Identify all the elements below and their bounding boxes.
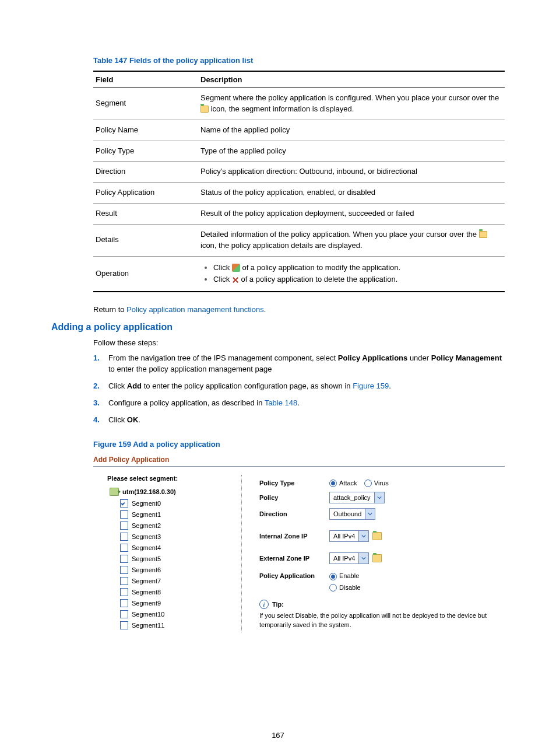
label-external-zone: External Zone IP: [259, 555, 329, 562]
segment-item[interactable]: Segment5: [120, 555, 224, 563]
table-row: Segment Segment where the policy applica…: [93, 88, 505, 120]
checkbox-icon[interactable]: [120, 510, 128, 519]
label-internal-zone: Internal Zone IP: [259, 533, 329, 540]
th-field: Field: [93, 71, 198, 88]
segment-list: Segment0 Segment1 Segment2 Segment3 Segm…: [120, 499, 224, 629]
checkbox-icon[interactable]: [120, 588, 128, 596]
step-3: 3. Configure a policy application, as de…: [93, 398, 505, 409]
link-figure-159[interactable]: Figure 159: [353, 382, 389, 390]
chevron-down-icon[interactable]: [358, 553, 368, 564]
segment-item[interactable]: Segment2: [120, 522, 224, 530]
table-row: Policy Application Status of the policy …: [93, 183, 505, 204]
label-policy: Policy: [259, 494, 329, 501]
checkbox-icon[interactable]: [120, 566, 128, 574]
fields-table: Field Description Segment Segment where …: [93, 71, 505, 292]
segment-item[interactable]: Segment4: [120, 544, 224, 552]
checkbox-icon[interactable]: [120, 544, 128, 552]
figure-add-policy-application: Add Policy Application Please select seg…: [93, 453, 505, 632]
select-direction[interactable]: Outbound: [329, 508, 375, 520]
checkbox-icon[interactable]: [120, 577, 128, 585]
select-internal-ip[interactable]: All IPv4: [329, 530, 369, 542]
steps-list: 1. From the navigation tree of the IPS m…: [93, 353, 505, 425]
vertical-divider: [241, 475, 242, 632]
folder-icon[interactable]: [372, 554, 382, 562]
tip-text: If you select Disable, the policy applic…: [259, 611, 505, 629]
table-row: Direction Policy's application direction…: [93, 162, 505, 183]
divider: [93, 466, 505, 467]
checkbox-icon[interactable]: [120, 610, 128, 618]
segment-item[interactable]: Segment0: [120, 499, 224, 508]
delete-icon: [232, 276, 239, 284]
chevron-down-icon[interactable]: [365, 509, 375, 519]
cell-desc: Segment where the policy application is …: [198, 88, 505, 120]
cell-desc: Name of the applied policy: [198, 120, 505, 141]
checkbox-icon[interactable]: [120, 499, 128, 508]
link-table-148[interactable]: Table 148: [265, 398, 297, 407]
chevron-down-icon[interactable]: [374, 492, 384, 503]
label-policy-application: Policy Application: [259, 572, 329, 579]
segment-item[interactable]: Segment11: [120, 621, 224, 629]
form-title: Add Policy Application: [93, 453, 505, 466]
segment-item[interactable]: Segment8: [120, 588, 224, 596]
step-2: 2. Click Add to enter the policy applica…: [93, 381, 505, 392]
cell-field: Segment: [93, 88, 198, 120]
th-desc: Description: [198, 71, 505, 88]
cell-field: Policy Name: [93, 120, 198, 141]
modify-icon: [232, 264, 240, 272]
device-icon: [110, 488, 119, 496]
cell-field: Result: [93, 204, 198, 225]
tip-label: Tip:: [272, 601, 284, 608]
table-row: Details Detailed information of the poli…: [93, 224, 505, 256]
chevron-down-icon[interactable]: [358, 531, 368, 541]
segment-item[interactable]: Segment9: [120, 599, 224, 607]
cell-desc: Click of a policy application to modify …: [198, 256, 505, 292]
segment-item[interactable]: Segment6: [120, 566, 224, 574]
table-row: Policy Type Type of the applied policy: [93, 141, 505, 162]
segment-item[interactable]: Segment3: [120, 533, 224, 541]
device-row: utm(192.168.0.30): [110, 488, 224, 496]
table-row: Operation Click of a policy application …: [93, 256, 505, 292]
radio-attack[interactable]: [329, 480, 337, 487]
cell-field: Policy Application: [93, 183, 198, 204]
cell-desc: Status of the policy application, enable…: [198, 183, 505, 204]
step-1: 1. From the navigation tree of the IPS m…: [93, 353, 505, 375]
cell-desc: Type of the applied policy: [198, 141, 505, 162]
checkbox-icon[interactable]: [120, 533, 128, 541]
device-name: utm(192.168.0.30): [122, 488, 176, 495]
cell-desc: Result of the policy application deploym…: [198, 204, 505, 225]
table-row: Policy Name Name of the applied policy: [93, 120, 505, 141]
checkbox-icon[interactable]: [120, 599, 128, 607]
segment-item[interactable]: Segment1: [120, 510, 224, 519]
label-policy-type: Policy Type: [259, 480, 329, 487]
info-icon: i: [259, 600, 269, 609]
table-caption: Table 147 Fields of the policy applicati…: [93, 56, 505, 65]
intro-text: Follow these steps:: [93, 338, 505, 347]
cell-desc: Detailed information of the policy appli…: [198, 224, 505, 256]
segment-select-label: Please select segment:: [107, 475, 224, 482]
step-4: 4. Click OK.: [93, 415, 505, 426]
radio-enable[interactable]: [329, 573, 337, 580]
folder-icon: [479, 231, 487, 238]
checkbox-icon[interactable]: [120, 555, 128, 563]
checkbox-icon[interactable]: [120, 621, 128, 629]
cell-field: Details: [93, 224, 198, 256]
table-row: Result Result of the policy application …: [93, 204, 505, 225]
folder-icon: [200, 106, 209, 113]
select-external-ip[interactable]: All IPv4: [329, 552, 369, 564]
select-policy[interactable]: attack_policy: [329, 492, 385, 503]
radio-disable[interactable]: [329, 584, 337, 592]
folder-icon[interactable]: [372, 532, 382, 540]
checkbox-icon[interactable]: [120, 522, 128, 530]
segment-item[interactable]: Segment7: [120, 577, 224, 585]
figure-caption: Figure 159 Add a policy application: [93, 440, 505, 449]
cell-field: Operation: [93, 256, 198, 292]
cell-field: Policy Type: [93, 141, 198, 162]
link-policy-mgmt-functions[interactable]: Policy application management functions: [126, 305, 264, 314]
segment-item[interactable]: Segment10: [120, 610, 224, 618]
cell-field: Direction: [93, 162, 198, 183]
heading-adding-policy-application: Adding a policy application: [51, 322, 505, 332]
return-line: Return to Policy application management …: [93, 305, 505, 314]
label-direction: Direction: [259, 510, 329, 517]
page-number: 167: [0, 731, 556, 740]
radio-virus[interactable]: [364, 480, 372, 487]
